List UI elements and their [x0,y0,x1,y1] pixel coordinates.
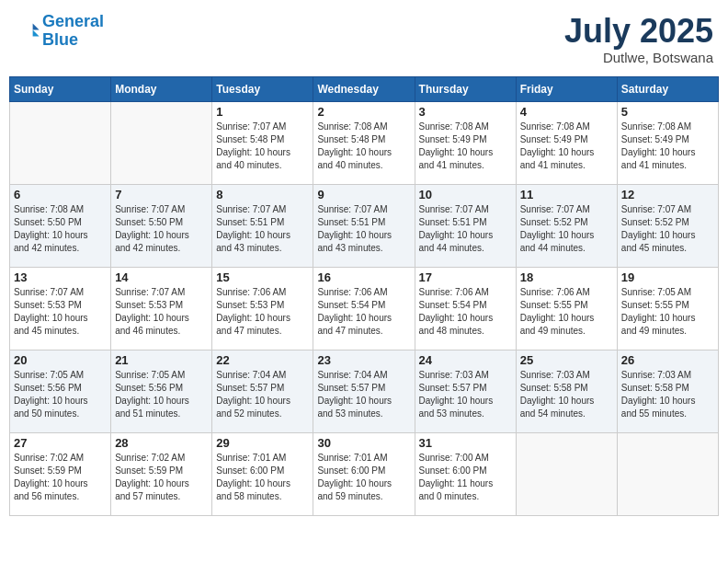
calendar-week-row: 20Sunrise: 7:05 AM Sunset: 5:56 PM Dayli… [10,350,719,432]
day-number: 2 [317,105,410,119]
calendar-cell: 28Sunrise: 7:02 AM Sunset: 5:59 PM Dayli… [111,432,212,515]
day-info: Sunrise: 7:07 AM Sunset: 5:53 PM Dayligh… [115,286,208,338]
calendar-cell: 3Sunrise: 7:08 AM Sunset: 5:49 PM Daylig… [415,101,516,184]
calendar-table: SundayMondayTuesdayWednesdayThursdayFrid… [9,76,719,516]
day-number: 26 [621,353,714,367]
day-info: Sunrise: 7:02 AM Sunset: 5:59 PM Dayligh… [14,452,107,503]
calendar-cell: 19Sunrise: 7:05 AM Sunset: 5:55 PM Dayli… [617,267,718,350]
calendar-cell: 29Sunrise: 7:01 AM Sunset: 6:00 PM Dayli… [212,432,313,515]
logo-text: General Blue [42,13,104,50]
calendar-cell: 20Sunrise: 7:05 AM Sunset: 5:56 PM Dayli… [10,350,111,432]
day-number: 27 [14,436,107,450]
day-number: 28 [115,436,208,450]
day-info: Sunrise: 7:04 AM Sunset: 5:57 PM Dayligh… [317,369,410,420]
day-number: 21 [115,353,208,367]
day-info: Sunrise: 7:06 AM Sunset: 5:53 PM Dayligh… [216,286,309,338]
calendar-cell: 6Sunrise: 7:08 AM Sunset: 5:50 PM Daylig… [10,184,111,267]
day-info: Sunrise: 7:05 AM Sunset: 5:56 PM Dayligh… [14,369,107,420]
day-number: 9 [317,188,410,201]
weekday-header-wednesday: Wednesday [313,76,415,101]
calendar-cell: 15Sunrise: 7:06 AM Sunset: 5:53 PM Dayli… [212,267,313,350]
calendar-cell: 27Sunrise: 7:02 AM Sunset: 5:59 PM Dayli… [10,432,111,515]
weekday-header-monday: Monday [111,76,212,101]
day-number: 19 [621,270,714,284]
day-info: Sunrise: 7:01 AM Sunset: 6:00 PM Dayligh… [216,452,309,503]
day-number: 7 [115,188,208,201]
calendar-cell [111,101,212,184]
calendar-header: SundayMondayTuesdayWednesdayThursdayFrid… [10,76,719,101]
day-info: Sunrise: 7:07 AM Sunset: 5:52 PM Dayligh… [520,203,613,255]
logo-line2: Blue [42,30,78,49]
day-number: 5 [621,105,714,119]
day-number: 20 [14,353,107,367]
day-info: Sunrise: 7:07 AM Sunset: 5:51 PM Dayligh… [216,203,309,255]
day-number: 29 [216,436,309,450]
calendar-cell: 11Sunrise: 7:07 AM Sunset: 5:52 PM Dayli… [516,184,617,267]
svg-marker-1 [33,29,40,36]
calendar-week-row: 6Sunrise: 7:08 AM Sunset: 5:50 PM Daylig… [10,184,719,267]
calendar-cell: 4Sunrise: 7:08 AM Sunset: 5:49 PM Daylig… [516,101,617,184]
logo-icon [15,18,40,44]
calendar-cell: 9Sunrise: 7:07 AM Sunset: 5:51 PM Daylig… [313,184,415,267]
day-info: Sunrise: 7:03 AM Sunset: 5:58 PM Dayligh… [520,369,613,420]
day-number: 17 [419,270,512,284]
calendar-body: 1Sunrise: 7:07 AM Sunset: 5:48 PM Daylig… [10,101,719,515]
month-title: July 2025 [564,13,713,50]
day-info: Sunrise: 7:06 AM Sunset: 5:54 PM Dayligh… [419,286,512,338]
calendar-cell: 18Sunrise: 7:06 AM Sunset: 5:55 PM Dayli… [516,267,617,350]
day-info: Sunrise: 7:08 AM Sunset: 5:50 PM Dayligh… [14,203,107,255]
svg-marker-0 [33,23,40,29]
calendar-cell: 12Sunrise: 7:07 AM Sunset: 5:52 PM Dayli… [617,184,718,267]
weekday-header-row: SundayMondayTuesdayWednesdayThursdayFrid… [10,76,719,101]
day-info: Sunrise: 7:05 AM Sunset: 5:55 PM Dayligh… [621,286,714,338]
day-info: Sunrise: 7:03 AM Sunset: 5:57 PM Dayligh… [419,369,512,420]
day-number: 15 [216,270,309,284]
calendar-cell: 13Sunrise: 7:07 AM Sunset: 5:53 PM Dayli… [10,267,111,350]
calendar-cell: 26Sunrise: 7:03 AM Sunset: 5:58 PM Dayli… [617,350,718,432]
day-number: 24 [419,353,512,367]
day-number: 3 [419,105,512,119]
calendar-cell: 5Sunrise: 7:08 AM Sunset: 5:49 PM Daylig… [617,101,718,184]
day-info: Sunrise: 7:07 AM Sunset: 5:52 PM Dayligh… [621,203,714,255]
day-info: Sunrise: 7:07 AM Sunset: 5:51 PM Dayligh… [317,203,410,255]
calendar-cell: 22Sunrise: 7:04 AM Sunset: 5:57 PM Dayli… [212,350,313,432]
day-number: 13 [14,270,107,284]
day-info: Sunrise: 7:03 AM Sunset: 5:58 PM Dayligh… [621,369,714,420]
calendar-cell: 10Sunrise: 7:07 AM Sunset: 5:51 PM Dayli… [415,184,516,267]
day-number: 11 [520,188,613,201]
calendar-cell: 21Sunrise: 7:05 AM Sunset: 5:56 PM Dayli… [111,350,212,432]
logo: General Blue [15,13,104,50]
weekday-header-sunday: Sunday [10,76,111,101]
day-info: Sunrise: 7:06 AM Sunset: 5:54 PM Dayligh… [317,286,410,338]
calendar-cell: 14Sunrise: 7:07 AM Sunset: 5:53 PM Dayli… [111,267,212,350]
day-info: Sunrise: 7:08 AM Sunset: 5:48 PM Dayligh… [317,121,410,172]
day-number: 31 [419,436,512,450]
calendar-cell [10,101,111,184]
calendar-cell: 30Sunrise: 7:01 AM Sunset: 6:00 PM Dayli… [313,432,415,515]
day-info: Sunrise: 7:06 AM Sunset: 5:55 PM Dayligh… [520,286,613,338]
calendar-week-row: 13Sunrise: 7:07 AM Sunset: 5:53 PM Dayli… [10,267,719,350]
day-info: Sunrise: 7:08 AM Sunset: 5:49 PM Dayligh… [621,121,714,172]
day-info: Sunrise: 7:00 AM Sunset: 6:00 PM Dayligh… [419,452,512,503]
calendar-cell: 16Sunrise: 7:06 AM Sunset: 5:54 PM Dayli… [313,267,415,350]
day-number: 23 [317,353,410,367]
weekday-header-saturday: Saturday [617,76,718,101]
day-info: Sunrise: 7:05 AM Sunset: 5:56 PM Dayligh… [115,369,208,420]
title-block: July 2025 Dutlwe, Botswana [564,13,713,65]
day-number: 8 [216,188,309,201]
weekday-header-tuesday: Tuesday [212,76,313,101]
calendar-cell: 17Sunrise: 7:06 AM Sunset: 5:54 PM Dayli… [415,267,516,350]
calendar-cell: 2Sunrise: 7:08 AM Sunset: 5:48 PM Daylig… [313,101,415,184]
day-number: 30 [317,436,410,450]
calendar-cell: 7Sunrise: 7:07 AM Sunset: 5:50 PM Daylig… [111,184,212,267]
day-number: 18 [520,270,613,284]
page-header: General Blue July 2025 Dutlwe, Botswana [9,9,719,69]
calendar-cell [617,432,718,515]
day-number: 10 [419,188,512,201]
day-info: Sunrise: 7:04 AM Sunset: 5:57 PM Dayligh… [216,369,309,420]
day-info: Sunrise: 7:02 AM Sunset: 5:59 PM Dayligh… [115,452,208,503]
calendar-cell: 23Sunrise: 7:04 AM Sunset: 5:57 PM Dayli… [313,350,415,432]
calendar-cell: 8Sunrise: 7:07 AM Sunset: 5:51 PM Daylig… [212,184,313,267]
calendar-cell: 31Sunrise: 7:00 AM Sunset: 6:00 PM Dayli… [415,432,516,515]
day-number: 16 [317,270,410,284]
